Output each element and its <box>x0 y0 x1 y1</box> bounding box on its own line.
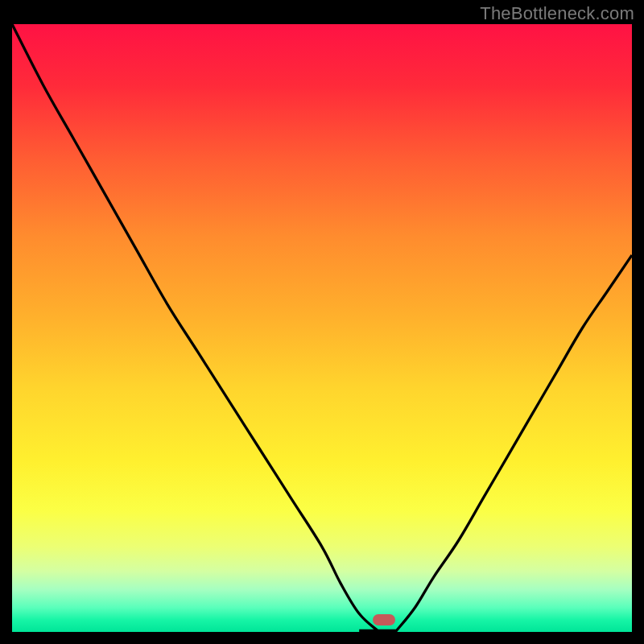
optimal-point-marker <box>373 614 395 625</box>
watermark-text: TheBottleneck.com <box>480 3 634 24</box>
bottleneck-curve <box>12 24 632 632</box>
curve-svg <box>12 24 632 632</box>
chart-frame: TheBottleneck.com <box>0 0 644 644</box>
plot-area <box>12 24 632 632</box>
